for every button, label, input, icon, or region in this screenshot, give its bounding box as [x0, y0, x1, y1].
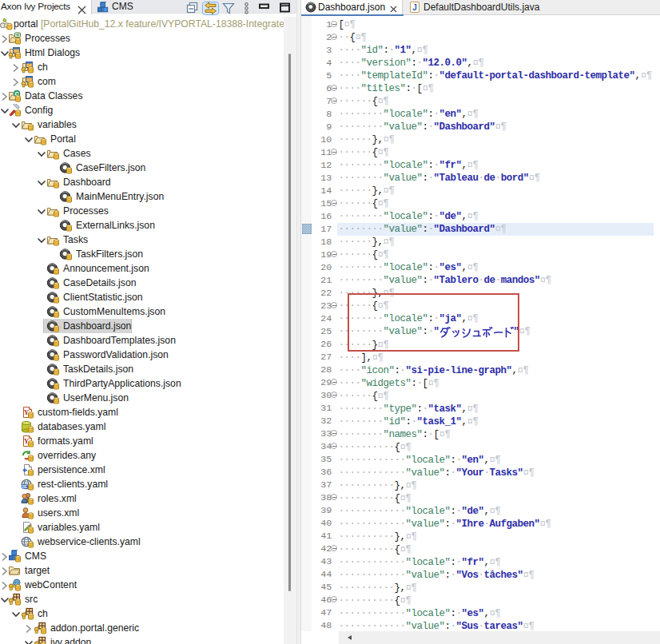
- svg-text:RE: RE: [22, 485, 27, 489]
- svg-text:J: J: [412, 3, 417, 12]
